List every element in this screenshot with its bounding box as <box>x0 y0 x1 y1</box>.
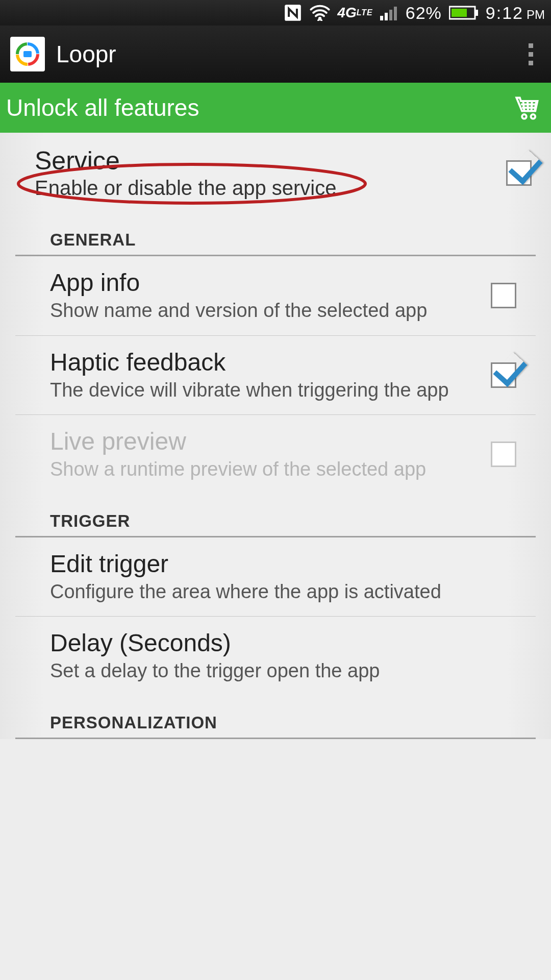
signal-icon <box>380 5 398 20</box>
pref-title: Service <box>35 146 506 176</box>
clock: 9:12PM <box>486 3 545 23</box>
svg-line-16 <box>532 101 532 111</box>
pref-subtitle: The device will vibrate when triggering … <box>50 378 481 403</box>
pref-edit-trigger[interactable]: Edit trigger Configure the area where th… <box>15 537 536 617</box>
app-bar: Loopr <box>0 26 551 83</box>
svg-rect-8 <box>452 9 467 17</box>
pref-subtitle: Enable or disable the app service <box>35 177 506 200</box>
nfc-icon <box>283 3 303 22</box>
network-4g-lte-icon: 4GLTE <box>337 7 372 18</box>
pref-title: Haptic feedback <box>50 348 481 376</box>
pref-title: Live preview <box>50 427 481 455</box>
svg-line-14 <box>523 101 524 111</box>
svg-point-21 <box>531 114 536 119</box>
svg-rect-13 <box>23 51 32 57</box>
section-personalization: PERSONALIZATION <box>15 696 536 739</box>
pref-title: Delay (Seconds) <box>50 629 506 657</box>
pref-subtitle: Show a runtime preview of the selected a… <box>50 457 481 482</box>
svg-rect-3 <box>385 13 388 20</box>
checkbox-haptic[interactable] <box>491 362 516 388</box>
pref-title: App info <box>50 268 481 297</box>
section-general: GENERAL <box>15 213 536 256</box>
wifi-icon <box>310 5 330 21</box>
svg-rect-5 <box>394 7 397 20</box>
svg-rect-4 <box>389 10 392 20</box>
svg-rect-2 <box>380 16 383 20</box>
svg-point-1 <box>318 17 321 20</box>
app-icon[interactable] <box>10 37 45 71</box>
pref-subtitle: Set a delay to the trigger open the app <box>50 659 506 683</box>
pref-title: Edit trigger <box>50 550 506 578</box>
cart-icon <box>514 95 541 120</box>
unlock-label: Unlock all features <box>6 94 199 121</box>
battery-percentage: 62% <box>406 3 442 23</box>
battery-icon <box>449 5 479 20</box>
status-bar: 4GLTE 62% 9:12PM <box>0 0 551 26</box>
checkbox-service[interactable] <box>506 160 532 186</box>
svg-rect-7 <box>475 10 478 16</box>
pref-live-preview: Live preview Show a runtime preview of t… <box>15 415 536 494</box>
pref-delay[interactable]: Delay (Seconds) Set a delay to the trigg… <box>15 617 536 696</box>
svg-point-20 <box>522 114 527 119</box>
svg-line-15 <box>528 101 528 111</box>
checkbox-live-preview <box>491 442 516 467</box>
pref-haptic[interactable]: Haptic feedback The device will vibrate … <box>15 336 536 415</box>
settings-list: Service Enable or disable the app servic… <box>0 133 551 739</box>
pref-app-info[interactable]: App info Show name and version of the se… <box>15 256 536 336</box>
unlock-banner[interactable]: Unlock all features <box>0 83 551 133</box>
pref-subtitle: Show name and version of the selected ap… <box>50 299 481 323</box>
section-trigger: TRIGGER <box>15 494 536 537</box>
pref-service[interactable]: Service Enable or disable the app servic… <box>0 133 551 213</box>
app-title: Loopr <box>56 40 520 68</box>
checkbox-app-info[interactable] <box>491 283 516 308</box>
pref-subtitle: Configure the area where the app is acti… <box>50 580 506 604</box>
overflow-menu-icon[interactable] <box>520 43 541 65</box>
